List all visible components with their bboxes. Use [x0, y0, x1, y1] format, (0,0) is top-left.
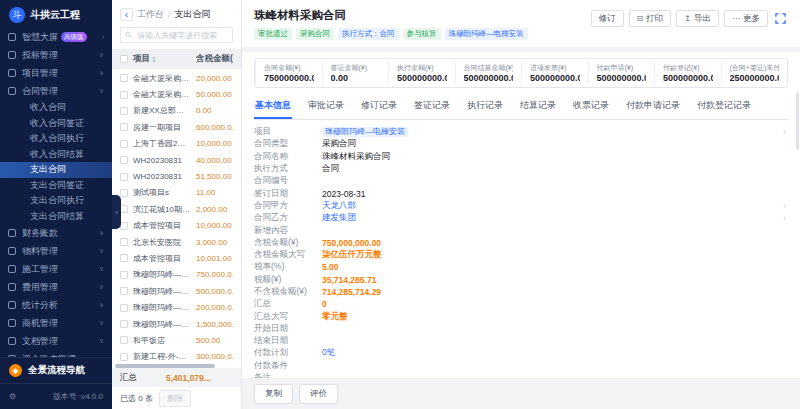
- select-all-checkbox[interactable]: [120, 55, 128, 63]
- sidebar-menu-item[interactable]: 支出合同结算: [0, 209, 112, 225]
- chevron-right-icon[interactable]: ›: [783, 201, 786, 211]
- sidebar-menu-item[interactable]: 文档管理 ∨: [0, 332, 112, 350]
- row-checkbox[interactable]: [120, 205, 128, 213]
- sidebar-collapse-handle[interactable]: ‹: [112, 195, 121, 229]
- row-checkbox[interactable]: [120, 271, 128, 279]
- app-logo[interactable]: 斗 斗拱云工程: [0, 0, 112, 28]
- amount-value: 50,000.00: [196, 90, 232, 99]
- sidebar-menu-item[interactable]: 投标管理 ∨: [0, 46, 112, 64]
- sort-icon[interactable]: [152, 56, 156, 63]
- gear-icon[interactable]: ⚙: [9, 392, 16, 401]
- row-checkbox[interactable]: [120, 140, 128, 148]
- tab[interactable]: 审批记录: [307, 95, 345, 119]
- tab[interactable]: 收票记录: [572, 95, 610, 119]
- row-checkbox[interactable]: [120, 287, 128, 295]
- row-checkbox[interactable]: [120, 91, 128, 99]
- sidebar-menu-item[interactable]: 合同管理 ∨: [0, 82, 112, 100]
- list-item[interactable]: 珠穆朗玛峰—电梯... 1,500,000...: [112, 316, 241, 332]
- sidebar-menu-item[interactable]: 商机管理 ∨: [0, 314, 112, 332]
- list-item[interactable]: 金融大厦采购项目 20,000.00: [112, 70, 241, 86]
- list-item[interactable]: WH20230831 40,000.00: [112, 152, 241, 168]
- row-checkbox[interactable]: [120, 238, 128, 246]
- menu-item-label: 统计分析: [22, 299, 58, 312]
- row-checkbox[interactable]: [120, 222, 128, 230]
- row-checkbox[interactable]: [120, 353, 128, 361]
- list-item[interactable]: 珠穆朗玛峰—电梯... 750,000,0...: [112, 267, 241, 283]
- action-button[interactable]: 修订: [591, 10, 624, 27]
- sidebar-menu-item[interactable]: 统计分析 ∨: [0, 296, 112, 314]
- sidebar-menu-item[interactable]: 支出合同执行: [0, 193, 112, 209]
- sidebar-menu-item[interactable]: 智慧大屏 高级版 ›: [0, 28, 112, 46]
- row-checkbox[interactable]: [120, 74, 128, 82]
- delete-button[interactable]: 删除: [159, 390, 191, 407]
- action-button[interactable]: ↥ 导出: [676, 10, 719, 27]
- sidebar-menu-item[interactable]: 财务账款 ∨: [0, 224, 112, 242]
- footer-button[interactable]: 复制: [254, 384, 293, 404]
- row-checkbox[interactable]: [120, 107, 128, 115]
- row-checkbox[interactable]: [120, 336, 128, 344]
- sidebar-menu-item[interactable]: 费用管理 ∨: [0, 278, 112, 296]
- summary-card-value: 500000000.00: [663, 73, 713, 83]
- field-label: 结束日期: [254, 335, 322, 347]
- row-checkbox[interactable]: [120, 254, 128, 262]
- row-checkbox[interactable]: [120, 189, 128, 197]
- list-item[interactable]: 北京长安医院 3,000.00: [112, 234, 241, 250]
- list-item[interactable]: 滨江花城10期项目-... 2,000.00: [112, 201, 241, 217]
- action-button[interactable]: ⋯ 更多: [724, 10, 768, 27]
- list-item[interactable]: 新建工程-外-测试 300,000,0...: [112, 349, 241, 365]
- list-item[interactable]: 成本管控项目 10,001.00: [112, 250, 241, 266]
- chevron-right-icon[interactable]: ›: [783, 213, 786, 223]
- action-button[interactable]: ⊟ 打印: [629, 10, 672, 27]
- list-header-row: 项目 含税金额(: [112, 49, 241, 69]
- fullscreen-icon[interactable]: [773, 11, 788, 26]
- footer-button[interactable]: 评价: [299, 384, 338, 404]
- sidebar-item-process-nav[interactable]: ◆ 全景流程导航: [0, 357, 112, 383]
- row-checkbox[interactable]: [120, 156, 128, 164]
- project-name: 测试项目s: [133, 187, 191, 198]
- list-item[interactable]: 和平饭店 500.00: [112, 332, 241, 348]
- row-checkbox[interactable]: [120, 123, 128, 131]
- list-item[interactable]: 上海丁香园2期改造... 10,000.00: [112, 136, 241, 152]
- form-row: 汇总大写 零元整 ›: [254, 310, 788, 322]
- list-item[interactable]: 测试项目s 11.00: [112, 185, 241, 201]
- list-item[interactable]: 金融大厦采购项目 50,000.00: [112, 86, 241, 102]
- column-amount[interactable]: 含税金额(: [196, 53, 233, 65]
- vertical-scrollbar[interactable]: [796, 92, 799, 150]
- sidebar-menu-item[interactable]: 收入合同: [0, 100, 112, 116]
- row-checkbox[interactable]: [120, 304, 128, 312]
- tab[interactable]: 结算记录: [519, 95, 557, 119]
- sidebar-menu-item[interactable]: 支出合同: [0, 162, 112, 178]
- tab[interactable]: 付款申请记录: [625, 95, 681, 119]
- list-item[interactable]: 新建XX总部大厦工... 0.00: [112, 103, 241, 119]
- tab[interactable]: 修订记录: [360, 95, 398, 119]
- tab[interactable]: 执行记录: [466, 95, 504, 119]
- sidebar-menu-item[interactable]: 施工管理 ∨: [0, 260, 112, 278]
- row-checkbox[interactable]: [120, 320, 128, 328]
- list-item[interactable]: WH20230831 51,500.00: [112, 168, 241, 184]
- amount-value: 10,000.00: [196, 221, 232, 230]
- breadcrumb-root[interactable]: 工作台: [137, 8, 164, 21]
- action-label: 修订: [599, 13, 616, 25]
- row-checkbox[interactable]: [120, 173, 128, 181]
- sidebar-menu-item[interactable]: 收入合同执行: [0, 131, 112, 147]
- list-item[interactable]: 成本管控项目 10,000.00: [112, 218, 241, 234]
- tab[interactable]: 签证记录: [413, 95, 451, 119]
- sidebar-menu-item[interactable]: 物料管理 ∨: [0, 242, 112, 260]
- sidebar-menu-item[interactable]: 收入合同结算: [0, 147, 112, 163]
- tab[interactable]: 付款登记记录: [696, 95, 752, 119]
- list-item[interactable]: 珠穆朗玛峰—电梯... 500,000,0...: [112, 283, 241, 299]
- back-button[interactable]: ‹: [120, 8, 133, 21]
- sidebar-menu-item[interactable]: 支出合同签证: [0, 178, 112, 194]
- sidebar-menu-item[interactable]: 资金账户管理 ∨: [0, 350, 112, 357]
- search-input[interactable]: [135, 30, 228, 41]
- menu-item-label: 支出合同执行: [30, 194, 84, 207]
- tab[interactable]: 基本信息: [254, 95, 292, 119]
- column-project[interactable]: 项目: [133, 53, 150, 65]
- chevron-right-icon[interactable]: ›: [783, 127, 786, 137]
- list-item[interactable]: 房建一期项目 600,000.0...: [112, 119, 241, 135]
- list-item[interactable]: 珠穆朗玛峰—电梯... 200,000,0...: [112, 299, 241, 315]
- search-box[interactable]: [120, 27, 233, 43]
- field-label: 付款条件: [254, 360, 322, 372]
- sidebar-menu-item[interactable]: 收入合同签证: [0, 116, 112, 132]
- sidebar-menu-item[interactable]: 项目管理 ∨: [0, 64, 112, 82]
